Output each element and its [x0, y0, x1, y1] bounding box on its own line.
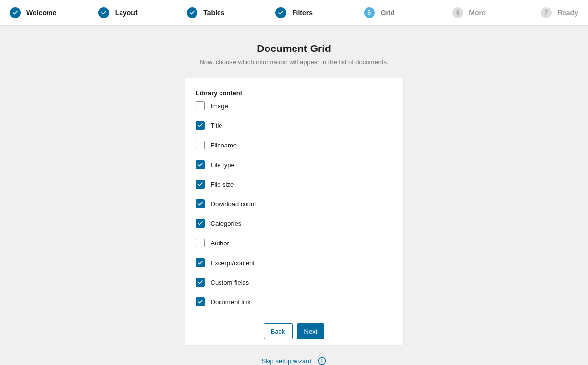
- skip-row: Skip setup wizard: [0, 357, 588, 365]
- back-button[interactable]: Back: [264, 323, 293, 339]
- checkbox-label: Categories: [211, 220, 242, 227]
- step-label: Welcome: [26, 9, 56, 17]
- checkbox-label: File size: [211, 181, 234, 188]
- check-icon: [275, 7, 286, 18]
- step-filters[interactable]: Filters: [275, 7, 364, 18]
- step-number-icon: 7: [541, 7, 552, 18]
- page-subtitle: Now, choose which information will appea…: [0, 58, 588, 66]
- checkbox-row-excerpt-content[interactable]: Excerpt/content: [196, 258, 392, 267]
- step-welcome[interactable]: Welcome: [10, 7, 98, 18]
- checkbox-label: Author: [211, 240, 229, 247]
- checkbox[interactable]: [196, 219, 205, 228]
- options-list: ImageTitleFilenameFile typeFile sizeDown…: [196, 101, 392, 306]
- checkbox[interactable]: [196, 297, 205, 306]
- step-number-icon: 5: [364, 7, 375, 18]
- step-number-icon: 6: [452, 7, 463, 18]
- step-label: Filters: [292, 9, 313, 17]
- checkbox[interactable]: [196, 199, 205, 208]
- step-ready: 7Ready: [541, 7, 578, 18]
- checkbox[interactable]: [196, 258, 205, 267]
- check-icon: [98, 7, 109, 18]
- checkbox-row-title[interactable]: Title: [196, 121, 392, 130]
- checkbox-row-image[interactable]: Image: [196, 101, 392, 110]
- step-label: Layout: [115, 9, 138, 17]
- info-icon[interactable]: [318, 357, 326, 365]
- wizard-main: Document Grid Now, choose which informat…: [0, 26, 588, 365]
- checkbox-label: Filename: [211, 142, 237, 149]
- checkbox-row-document-link[interactable]: Document link: [196, 297, 392, 306]
- checkbox-row-filename[interactable]: Filename: [196, 141, 392, 149]
- checkbox-row-download-count[interactable]: Download count: [196, 199, 392, 208]
- checkbox-row-author[interactable]: Author: [196, 239, 392, 247]
- checkbox-label: Title: [211, 122, 222, 129]
- card-footer: Back Next: [185, 317, 403, 345]
- checkbox-label: File type: [211, 161, 235, 169]
- checkbox[interactable]: [196, 239, 205, 247]
- checkbox-row-custom-fields[interactable]: Custom fields: [196, 278, 392, 287]
- checkbox[interactable]: [196, 160, 205, 169]
- checkbox[interactable]: [196, 180, 205, 189]
- step-label: More: [469, 9, 485, 17]
- checkbox-label: Custom fields: [211, 279, 249, 286]
- svg-point-2: [322, 359, 323, 360]
- next-button[interactable]: Next: [297, 323, 325, 339]
- check-icon: [10, 7, 21, 18]
- checkbox[interactable]: [196, 141, 205, 149]
- check-icon: [187, 7, 197, 18]
- step-grid: 5Grid: [364, 7, 453, 18]
- checkbox-label: Excerpt/content: [211, 259, 255, 267]
- checkbox[interactable]: [196, 278, 205, 287]
- section-title: Library content: [196, 89, 392, 97]
- checkbox-row-file-type[interactable]: File type: [196, 160, 392, 169]
- step-label: Ready: [558, 9, 578, 17]
- checkbox-row-file-size[interactable]: File size: [196, 180, 392, 189]
- step-tables[interactable]: Tables: [187, 7, 275, 18]
- step-label: Grid: [381, 9, 395, 17]
- step-layout[interactable]: Layout: [98, 7, 187, 18]
- checkbox-label: Document link: [211, 298, 251, 306]
- skip-link[interactable]: Skip setup wizard: [262, 357, 312, 365]
- checkbox-row-categories[interactable]: Categories: [196, 219, 392, 228]
- wizard-stepper: WelcomeLayoutTablesFilters5Grid6More7Rea…: [0, 0, 588, 26]
- checkbox[interactable]: [196, 121, 205, 130]
- checkbox[interactable]: [196, 101, 205, 110]
- options-card: Library content ImageTitleFilenameFile t…: [185, 78, 403, 345]
- step-more: 6More: [452, 7, 541, 18]
- step-label: Tables: [203, 9, 224, 17]
- checkbox-label: Download count: [211, 200, 256, 208]
- page-title: Document Grid: [0, 43, 588, 54]
- checkbox-label: Image: [211, 102, 228, 110]
